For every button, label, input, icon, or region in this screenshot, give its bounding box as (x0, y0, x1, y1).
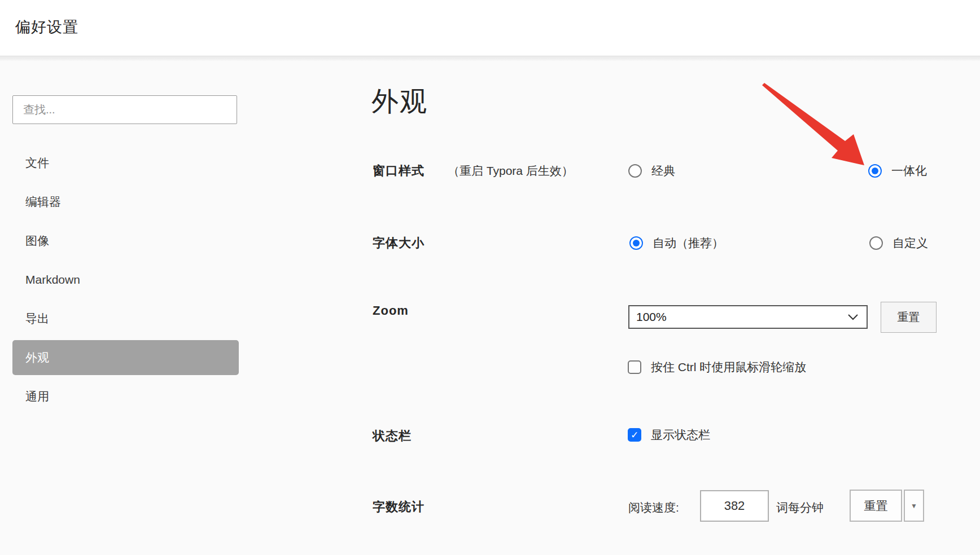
zoom-select[interactable]: 100% (628, 305, 868, 329)
header-divider (0, 57, 980, 61)
chevron-down-icon (847, 314, 859, 320)
sidebar-item-editor[interactable]: 编辑器 (12, 184, 239, 219)
sidebar-item-markdown[interactable]: Markdown (12, 262, 239, 297)
page-heading: 外观 (371, 83, 428, 120)
font-size-label: 字体大小 (373, 235, 425, 252)
status-bar-option-label: 显示状态栏 (651, 427, 710, 443)
reading-speed-label: 阅读速度: (628, 500, 679, 516)
radio-classic-label: 经典 (651, 163, 675, 179)
zoom-label: Zoom (373, 303, 409, 318)
radio-unibody-icon[interactable] (868, 164, 882, 178)
word-count-reset-button[interactable]: 重置 (850, 490, 902, 522)
radio-option-unibody[interactable]: 一体化 (868, 164, 927, 178)
titlebar: 偏好设置 (0, 0, 980, 56)
reading-speed-unit: 词每分钟 (776, 500, 824, 516)
radio-auto-icon[interactable] (629, 236, 643, 250)
reading-speed-input[interactable] (700, 490, 769, 522)
word-count-reset-dropdown[interactable]: ▼ (904, 490, 924, 522)
radio-auto-label: 自动（推荐） (653, 235, 724, 251)
word-count-label: 字数统计 (373, 499, 425, 516)
ctrl-scroll-checkbox-row[interactable]: 按住 Ctrl 时使用鼠标滑轮缩放 (628, 360, 806, 375)
sidebar-item-appearance[interactable]: 外观 (12, 340, 239, 375)
radio-custom-label: 自定义 (893, 235, 928, 251)
sidebar-item-image[interactable]: 图像 (12, 223, 239, 258)
window-style-hint: （重启 Typora 后生效） (448, 163, 574, 179)
sidebar-item-export[interactable]: 导出 (12, 301, 239, 336)
radio-option-auto[interactable]: 自动（推荐） (629, 236, 724, 250)
zoom-select-value: 100% (636, 310, 667, 324)
page-title: 偏好设置 (15, 17, 78, 37)
radio-classic-icon[interactable] (628, 164, 642, 178)
zoom-reset-button[interactable]: 重置 (881, 302, 937, 333)
check-icon: ✓ (631, 430, 638, 440)
window-style-label: 窗口样式 (373, 162, 425, 179)
sidebar: 文件 编辑器 图像 Markdown 导出 外观 通用 (12, 146, 239, 418)
status-bar-label: 状态栏 (373, 428, 412, 444)
sidebar-item-general[interactable]: 通用 (12, 379, 239, 414)
sidebar-item-file[interactable]: 文件 (12, 146, 239, 180)
status-bar-checkbox-row[interactable]: ✓ 显示状态栏 (628, 428, 710, 442)
search-input[interactable] (12, 95, 237, 124)
radio-option-classic[interactable]: 经典 (628, 164, 675, 178)
ctrl-scroll-label: 按住 Ctrl 时使用鼠标滑轮缩放 (651, 359, 806, 375)
status-bar-checkbox[interactable]: ✓ (628, 428, 641, 442)
ctrl-scroll-checkbox[interactable] (628, 360, 641, 374)
radio-custom-icon[interactable] (869, 236, 883, 250)
radio-option-custom[interactable]: 自定义 (869, 236, 928, 250)
dropdown-arrow-icon: ▼ (911, 503, 917, 509)
radio-unibody-label: 一体化 (891, 163, 927, 179)
